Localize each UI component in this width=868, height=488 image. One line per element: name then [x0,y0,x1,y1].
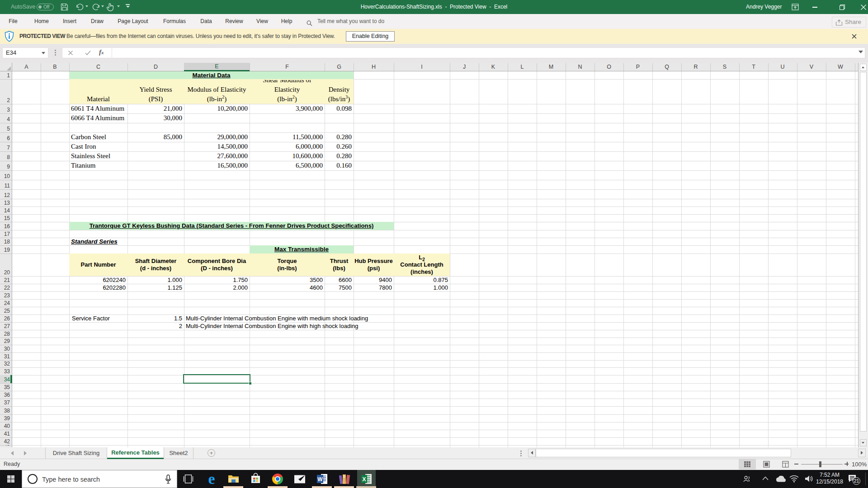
svg-text:W: W [317,476,323,483]
svg-text:X: X [362,476,366,483]
